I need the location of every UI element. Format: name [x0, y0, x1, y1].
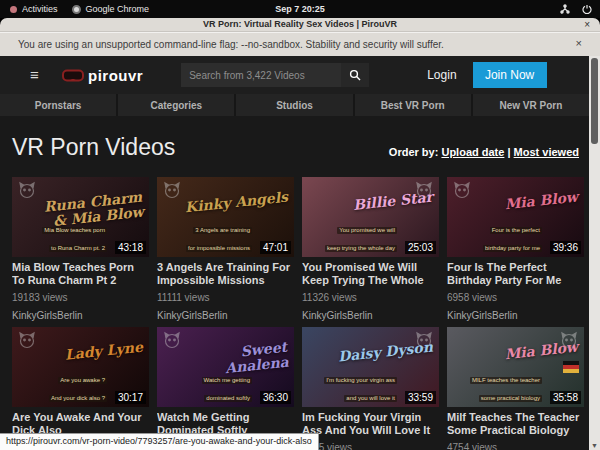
video-thumbnail[interactable]: Mia Blow MILF teaches the teacher some p… — [447, 327, 584, 407]
scroll-down-icon[interactable]: ▼ — [589, 442, 600, 449]
warning-close-icon[interactable]: × — [576, 37, 582, 49]
video-card: Lady Lyne Are you awake ? And your dick … — [12, 327, 149, 450]
duration-badge: 33:59 — [405, 391, 436, 404]
video-title-link[interactable]: You Promised We Will Keep Trying The Who… — [302, 261, 439, 288]
thumbnail-caption-line2: and you will love it — [344, 395, 397, 402]
browser-viewport: ≡ pirouvr Login Join Now Pornstars Categ… — [0, 56, 600, 450]
order-most-viewed-link[interactable]: Most viewed — [514, 146, 579, 158]
nav-categories[interactable]: Categories — [118, 94, 234, 116]
video-title-link[interactable]: Milf Teaches The Teacher Some Practical … — [447, 411, 584, 438]
search-input[interactable] — [181, 63, 341, 87]
studio-cat-mask-icon — [162, 331, 182, 355]
video-title-link[interactable]: Four Is The Perfect Birthday Party For M… — [447, 261, 584, 288]
duration-badge: 25:03 — [405, 241, 436, 254]
sandbox-warning-bar: You are using an unsupported command-lin… — [0, 32, 600, 56]
browser-tab-bar[interactable]: VR Porn: Virtual Reality Sex Videos | Pi… — [0, 18, 600, 32]
order-separator: | — [507, 146, 510, 158]
warning-message: You are using an unsupported command-lin… — [0, 39, 444, 50]
duration-badge: 36:30 — [260, 391, 291, 404]
logo-wordmark: pirouvr — [88, 67, 143, 84]
order-upload-date-link[interactable]: Upload date — [441, 146, 504, 158]
thumbnail-caption: 3 Angels are training for impossible mis… — [186, 218, 252, 254]
duration-badge: 35:58 — [550, 391, 581, 404]
german-flag-icon — [563, 361, 579, 373]
nav-best-vr-porn[interactable]: Best VR Porn — [355, 94, 471, 116]
nav-pornstars[interactable]: Pornstars — [0, 94, 116, 116]
video-thumbnail[interactable]: Sweet Analena Watch me getting dominated… — [157, 327, 294, 407]
video-title-link[interactable]: 3 Angels Are Training For Impossible Mis… — [157, 261, 294, 288]
thumbnail-caption-line2: keep trying the whole day — [325, 245, 397, 252]
search-bar — [181, 63, 369, 87]
video-card: Billie Star You promised we will keep tr… — [302, 177, 439, 321]
thumbnail-caption-line2: dominated softly — [204, 395, 252, 402]
video-studio-link[interactable]: KinkyGirlsBerlin — [12, 310, 149, 321]
menu-hamburger-icon[interactable]: ≡ — [30, 70, 46, 80]
nav-new-vr-porn[interactable]: New VR Porn — [473, 94, 589, 116]
thumbnail-caption: Are you awake ? And your dick also ? — [49, 368, 107, 404]
thumbnail-caption-line2: for impossible missions — [186, 245, 252, 252]
video-thumbnail[interactable]: Daisy Dyson I'm fucking your virgin ass … — [302, 327, 439, 407]
join-now-button[interactable]: Join Now — [473, 62, 547, 88]
video-studio-link[interactable]: KinkyGirlsBerlin — [447, 310, 584, 321]
login-link[interactable]: Login — [427, 68, 456, 82]
video-views: 19183 views — [12, 292, 149, 303]
thumbnail-caption-line1: Mia Blow teaches porn — [42, 227, 107, 234]
video-thumbnail[interactable]: Runa Charm & Mia Blow Mia Blow teaches p… — [12, 177, 149, 257]
studio-cat-mask-icon — [17, 181, 37, 205]
duration-badge: 39:36 — [550, 241, 581, 254]
thumbnail-model-name: Mia Blow — [473, 189, 578, 215]
thumbnail-caption-line1: You promised we will — [337, 227, 397, 234]
thumbnail-caption: I'm fucking your virgin ass and you will… — [324, 368, 397, 404]
thumbnail-model-name: Lady Lyne — [38, 339, 143, 365]
thumbnail-caption-line1: I'm fucking your virgin ass — [324, 377, 397, 384]
thumbnail-caption: You promised we will keep trying the who… — [325, 218, 397, 254]
studio-cat-mask-icon — [162, 181, 182, 205]
video-title-link[interactable]: Mia Blow Teaches Porn To Runa Charm Pt 2 — [12, 261, 149, 288]
thumbnail-caption: Mia Blow teaches porn to Runa Charm pt. … — [42, 218, 107, 254]
power-icon[interactable] — [582, 4, 592, 14]
search-button[interactable] — [341, 63, 369, 87]
site-header: ≡ pirouvr Login Join Now — [0, 56, 589, 94]
system-top-bar: Activities Google Chrome Sep 7 20:25 — [0, 0, 600, 18]
video-studio-link[interactable]: KinkyGirlsBerlin — [302, 310, 439, 321]
video-thumbnail[interactable]: Lady Lyne Are you awake ? And your dick … — [12, 327, 149, 407]
video-views: 11326 views — [302, 292, 439, 303]
nav-studios[interactable]: Studios — [236, 94, 352, 116]
search-icon — [349, 69, 361, 81]
studio-cat-mask-icon — [452, 181, 472, 205]
duration-badge: 47:01 — [260, 241, 291, 254]
video-card: Mia Blow Four is the perfect birthday pa… — [447, 177, 584, 321]
page-heading-row: VR Porn Videos Order by: Upload date | M… — [0, 116, 589, 176]
network-tray-icon[interactable] — [560, 4, 570, 14]
vr-headset-icon — [62, 69, 84, 82]
thumbnail-model-name: Daisy Dyson — [328, 339, 433, 365]
thumbnail-caption-line2: birthday party for me — [483, 245, 542, 252]
thumbnail-caption: Four is the perfect birthday party for m… — [483, 218, 542, 254]
video-thumbnail[interactable]: Kinky Angels 3 Angels are training for i… — [157, 177, 294, 257]
thumbnail-caption: MILF teaches the teacher some practical … — [470, 368, 542, 404]
scrollbar[interactable]: ▼ — [589, 56, 600, 450]
video-thumbnail[interactable]: Billie Star You promised we will keep tr… — [302, 177, 439, 257]
order-by-label: Order by: — [389, 146, 439, 158]
tab-title: VR Porn: Virtual Reality Sex Videos | Pi… — [0, 19, 600, 29]
video-grid: Runa Charm & Mia Blow Mia Blow teaches p… — [12, 177, 584, 450]
video-thumbnail[interactable]: Mia Blow Four is the perfect birthday pa… — [447, 177, 584, 257]
video-studio-link[interactable]: KinkyGirlsBerlin — [157, 310, 294, 321]
video-views: 8795 views — [302, 442, 439, 450]
screen: Activities Google Chrome Sep 7 20:25 VR … — [0, 0, 600, 450]
video-title-link[interactable]: Im Fucking Your Virgin Ass And You Will … — [302, 411, 439, 438]
clock[interactable]: Sep 7 20:25 — [0, 4, 600, 14]
video-card: Mia Blow MILF teaches the teacher some p… — [447, 327, 584, 450]
video-card: Daisy Dyson I'm fucking your virgin ass … — [302, 327, 439, 450]
site-logo[interactable]: pirouvr — [62, 67, 143, 84]
scrollbar-thumb[interactable] — [591, 58, 598, 144]
tab-close-icon[interactable]: × — [584, 18, 590, 32]
thumbnail-caption-line1: MILF teaches the teacher — [470, 377, 542, 384]
duration-badge: 43:18 — [115, 241, 146, 254]
thumbnail-model-name: Billie Star — [328, 189, 433, 215]
thumbnail-caption-line2: And your dick also ? — [49, 395, 107, 402]
status-url-bar: https://pirouvr.com/vr-porn-video/779325… — [0, 433, 319, 450]
thumbnail-caption-line1: 3 Angels are training — [193, 227, 252, 234]
video-views: 11111 views — [157, 292, 294, 303]
thumbnail-model-name: Kinky Angels — [183, 189, 288, 215]
